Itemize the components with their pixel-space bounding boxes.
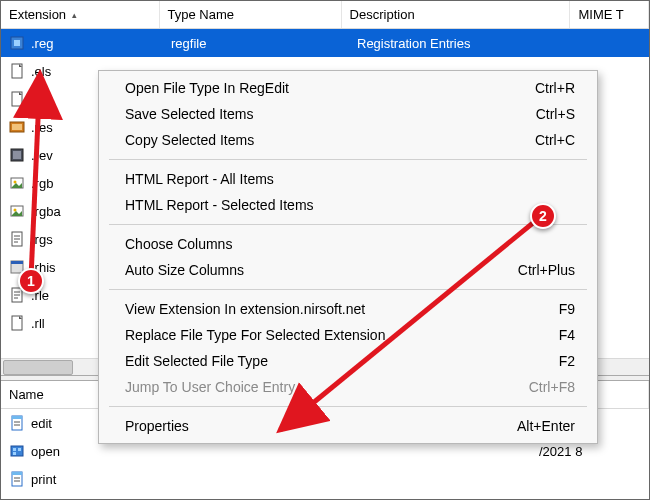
svg-rect-32	[12, 472, 22, 475]
cell-name: print	[1, 471, 531, 487]
extension-text: .rle	[31, 288, 49, 303]
menu-item-shortcut: F9	[559, 301, 575, 317]
column-header[interactable]: Type Name	[160, 1, 342, 28]
menu-item[interactable]: HTML Report - All Items	[101, 166, 595, 192]
menu-item[interactable]: Choose Columns	[101, 231, 595, 257]
menu-item[interactable]: Open File Type In RegEditCtrl+R	[101, 75, 595, 101]
menu-item-label: Edit Selected File Type	[125, 353, 268, 369]
menu-item[interactable]: Edit Selected File TypeF2	[101, 348, 595, 374]
extension-text: .rll	[31, 316, 45, 331]
generic-icon	[9, 63, 25, 79]
menu-item-label: Properties	[125, 418, 189, 434]
menu-item-shortcut: Ctrl+S	[536, 106, 575, 122]
menu-item-shortcut: F2	[559, 353, 575, 369]
svg-rect-17	[11, 261, 23, 264]
menu-item-shortcut: Ctrl+C	[535, 132, 575, 148]
scroll-thumb[interactable]	[3, 360, 73, 375]
cell-name: open	[1, 443, 531, 459]
column-header-label: MIME T	[578, 7, 623, 22]
menu-item-label: Open File Type In RegEdit	[125, 80, 289, 96]
app-icon	[9, 259, 25, 275]
table-row[interactable]: print	[1, 465, 649, 493]
text-icon	[9, 287, 25, 303]
extension-text: .rgba	[31, 204, 61, 219]
extension-text: .els	[31, 64, 51, 79]
menu-item-shortcut: Alt+Enter	[517, 418, 575, 434]
extension-text: .rev	[31, 148, 53, 163]
name-text: open	[31, 444, 60, 459]
menu-item[interactable]: Auto Size ColumnsCtrl+Plus	[101, 257, 595, 283]
menu-separator	[109, 289, 587, 290]
svg-rect-30	[13, 452, 16, 455]
extension-text: .rgb	[31, 176, 53, 191]
column-header-label: Type Name	[168, 7, 234, 22]
extension-text: .rgs	[31, 232, 53, 247]
column-header-label: Extension	[9, 7, 66, 22]
menu-item-label: Auto Size Columns	[125, 262, 244, 278]
reg-icon	[9, 35, 25, 51]
column-header-label: Name	[9, 387, 44, 402]
typename-text: regfile	[171, 36, 206, 51]
menu-item[interactable]: Replace File Type For Selected Extension…	[101, 322, 595, 348]
menu-item[interactable]: PropertiesAlt+Enter	[101, 413, 595, 439]
menu-item-label: HTML Report - Selected Items	[125, 197, 314, 213]
name-text: print	[31, 472, 56, 487]
cell-extension: .reg	[1, 35, 163, 51]
menu-item[interactable]: Copy Selected ItemsCtrl+C	[101, 127, 595, 153]
menu-item[interactable]: Save Selected ItemsCtrl+S	[101, 101, 595, 127]
extension-text: .rhis	[31, 260, 56, 275]
svg-rect-27	[11, 446, 23, 456]
top-header-row: Extension▴Type NameDescriptionMIME T	[1, 1, 649, 29]
text-icon	[9, 231, 25, 247]
menu-item-label: Jump To User Choice Entry	[125, 379, 295, 395]
image-icon	[9, 175, 25, 191]
notepad-icon	[9, 471, 25, 487]
svg-rect-29	[18, 448, 21, 451]
menu-separator	[109, 159, 587, 160]
sort-asc-icon: ▴	[72, 10, 77, 20]
svg-rect-7	[13, 151, 21, 159]
menu-item[interactable]: HTML Report - Selected Items	[101, 192, 595, 218]
svg-rect-28	[13, 448, 16, 451]
description-text: Registration Entries	[357, 36, 470, 51]
menu-item-shortcut: F4	[559, 327, 575, 343]
menu-separator	[109, 224, 587, 225]
generic-icon	[9, 315, 25, 331]
menu-item-label: View Extension In extension.nirsoft.net	[125, 301, 365, 317]
image-icon	[9, 203, 25, 219]
menu-item-shortcut: Ctrl+Plus	[518, 262, 575, 278]
menu-item-label: HTML Report - All Items	[125, 171, 274, 187]
menu-item-label: Copy Selected Items	[125, 132, 254, 148]
svg-rect-24	[12, 416, 22, 419]
name-text: edit	[31, 416, 52, 431]
tool-icon	[9, 119, 25, 135]
generic-icon	[9, 91, 25, 107]
column-header[interactable]: Description	[342, 1, 571, 28]
registry-icon	[9, 443, 25, 459]
column-header[interactable]: Extension▴	[1, 1, 160, 28]
notepad-icon	[9, 415, 25, 431]
menu-item-shortcut: Ctrl+R	[535, 80, 575, 96]
menu-item: Jump To User Choice EntryCtrl+F8	[101, 374, 595, 400]
svg-rect-1	[14, 40, 20, 46]
extension-text: .rep	[31, 92, 53, 107]
extension-text: .reg	[31, 36, 53, 51]
context-menu[interactable]: Open File Type In RegEditCtrl+RSave Sele…	[98, 70, 598, 444]
menu-item-label: Choose Columns	[125, 236, 232, 252]
modified-text: /2021 8	[539, 444, 582, 459]
column-header-label: Description	[350, 7, 415, 22]
cell-typename: regfile	[163, 36, 349, 51]
extension-text: .res	[31, 120, 53, 135]
menu-item[interactable]: View Extension In extension.nirsoft.netF…	[101, 296, 595, 322]
tool2-icon	[9, 147, 25, 163]
svg-rect-5	[12, 124, 22, 130]
table-row[interactable]: .regregfileRegistration Entries	[1, 29, 649, 57]
cell-modified: /2021 8	[531, 444, 649, 459]
menu-item-label: Save Selected Items	[125, 106, 253, 122]
menu-item-label: Replace File Type For Selected Extension	[125, 327, 385, 343]
column-header[interactable]: MIME T	[570, 1, 649, 28]
cell-description: Registration Entries	[349, 36, 583, 51]
menu-separator	[109, 406, 587, 407]
menu-item-shortcut: Ctrl+F8	[529, 379, 575, 395]
